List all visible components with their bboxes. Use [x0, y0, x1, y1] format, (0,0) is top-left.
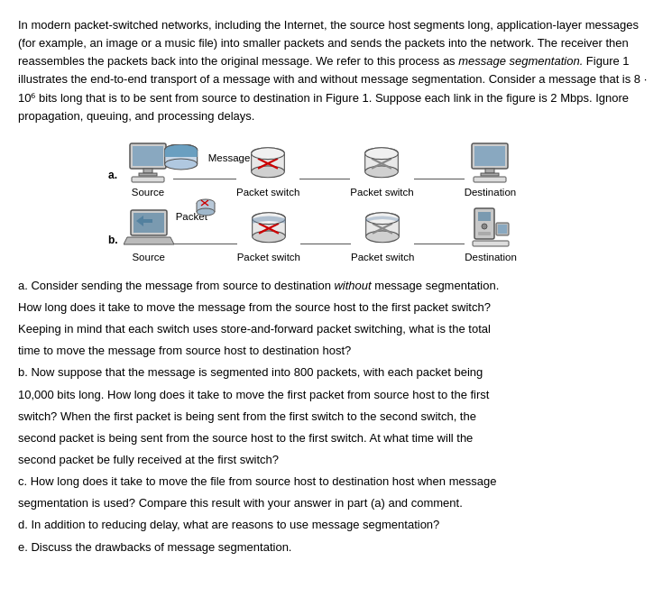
question-e: e. Discuss the drawbacks of message segm…: [18, 538, 654, 556]
svg-point-9: [165, 159, 198, 170]
laptop-icon-source-b: [124, 207, 174, 250]
switch1-b-label: Packet switch: [237, 252, 300, 262]
figure-1: a. Source: [18, 142, 654, 262]
row-b-label: b.: [108, 234, 118, 246]
svg-rect-4: [132, 177, 164, 182]
connector-b-1: Packet: [174, 244, 237, 244]
svg-rect-11: [165, 150, 198, 157]
switch-icon-2-a: [358, 145, 405, 185]
question-b-line2: 10,000 bits long. How long does it take …: [18, 386, 654, 404]
svg-rect-65: [498, 225, 507, 234]
line-a-2: [299, 179, 350, 179]
switch2-b-label: Packet switch: [351, 252, 414, 262]
question-b-line5: second packet be fully received at the f…: [18, 451, 654, 469]
question-a-line1: a. Consider sending the message from sou…: [18, 277, 654, 295]
switch2-node-b: Packet switch: [351, 210, 414, 262]
switch2-node-a: Packet switch: [350, 145, 413, 198]
svg-rect-2: [143, 169, 152, 173]
svg-rect-63: [478, 232, 491, 235]
svg-rect-66: [473, 241, 509, 246]
svg-rect-3: [139, 173, 157, 176]
switch1-node-b: Packet switch: [237, 210, 300, 262]
line-a-1: [173, 179, 236, 179]
svg-point-24: [365, 166, 399, 178]
question-c-line1: c. How long does it take to move the fil…: [18, 473, 654, 491]
switch1-a-label: Packet switch: [236, 187, 299, 198]
svg-point-48: [252, 231, 285, 243]
question-c-line2: segmentation is used? Compare this resul…: [18, 494, 654, 512]
svg-rect-32: [474, 177, 506, 182]
svg-rect-31: [481, 173, 499, 176]
switch-icon-2-b: [359, 210, 406, 250]
svg-point-56: [366, 231, 400, 243]
question-a-line2: How long does it take to move the messag…: [18, 299, 654, 317]
packet-icon: [194, 198, 217, 221]
source-node-b: Source: [124, 207, 174, 262]
dest-b-label: Destination: [465, 252, 517, 262]
small-packet-svg: [194, 198, 217, 218]
questions-section: a. Consider sending the message from sou…: [18, 277, 654, 556]
intro-paragraph: In modern packet-switched networks, incl…: [18, 16, 654, 125]
question-d: d. In addition to reducing delay, what a…: [18, 516, 654, 534]
svg-rect-61: [478, 212, 491, 221]
dest-node-a: Destination: [465, 142, 517, 198]
svg-rect-29: [474, 146, 505, 166]
italic-term: message segmentation.: [458, 54, 583, 68]
question-a-line4: time to move the message from source hos…: [18, 342, 654, 360]
svg-point-16: [252, 166, 285, 178]
message-label: Message: [160, 144, 251, 171]
question-a-line3: Keeping in mind that each switch uses st…: [18, 320, 654, 338]
svg-rect-30: [485, 169, 494, 173]
switch2-a-label: Packet switch: [350, 187, 413, 198]
computer-icon-dest-b: [465, 207, 516, 250]
connector-a-2: [299, 179, 350, 179]
svg-point-62: [482, 224, 487, 229]
switch-icon-1-b: [245, 210, 292, 250]
source-b-label: Source: [132, 252, 164, 262]
dest-a-label: Destination: [465, 187, 517, 198]
switch-icon-1-a: [244, 145, 291, 185]
svg-point-27: [365, 148, 399, 160]
svg-point-19: [252, 148, 285, 160]
connector-b-2: [300, 244, 351, 244]
connector-b-3: [414, 244, 465, 244]
question-b-line1: b. Now suppose that the message is segme…: [18, 363, 654, 382]
message-text: Message: [208, 152, 251, 163]
computer-icon-dest-a: [465, 142, 515, 185]
svg-point-41: [197, 208, 215, 216]
svg-marker-35: [124, 237, 174, 244]
italic-without: without: [334, 279, 371, 292]
dest-node-b: Destination: [465, 207, 517, 262]
message-cylinder-icon: [160, 144, 203, 171]
line-b-1: [174, 244, 237, 244]
question-b-line3: switch? When the first packet is being s…: [18, 408, 654, 426]
line-b-3: [414, 244, 465, 244]
source-a-label: Source: [132, 187, 164, 198]
connector-a-1: Message: [173, 179, 236, 179]
question-b-line4: second packet is being sent from the sou…: [18, 429, 654, 447]
line-b-2: [300, 244, 351, 244]
connector-a-3: [414, 179, 465, 179]
line-a-3: [414, 179, 465, 179]
row-a-label: a.: [108, 169, 117, 181]
